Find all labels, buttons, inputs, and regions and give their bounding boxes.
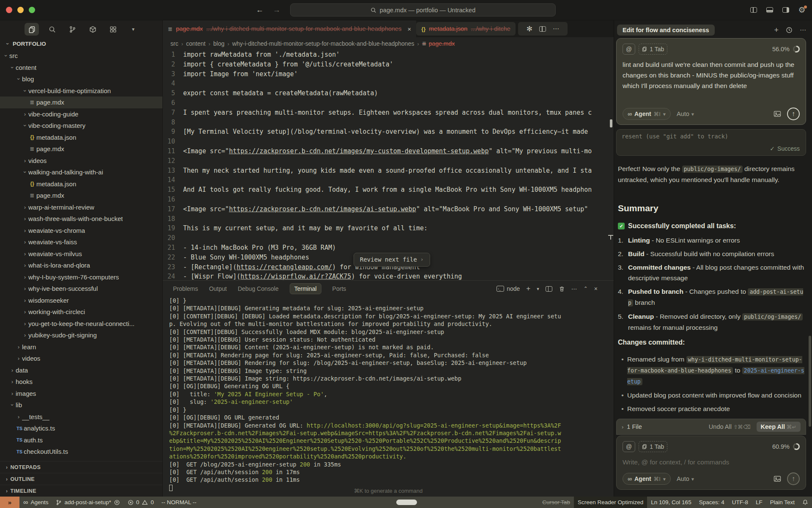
code-line[interactable]: 9[My Terminal Velocity setup](/blog/term… xyxy=(163,127,614,137)
attach-image-icon[interactable] xyxy=(774,475,781,482)
code-line[interactable]: 24- [Wispr Flow](https://wisprflow.ai/r?… xyxy=(163,272,614,280)
breadcrumb[interactable]: src›content›blog›why-i-ditched-multi-mon… xyxy=(163,37,614,50)
code-line[interactable]: 2import { createMetadata } from '@/utils… xyxy=(163,60,614,69)
more-views-chevron-icon[interactable]: ▾ xyxy=(126,23,140,36)
chat-history-icon[interactable] xyxy=(786,27,793,33)
tree-folder-images[interactable]: ›images xyxy=(0,388,162,400)
mention-context-chip[interactable]: @ xyxy=(623,44,635,55)
more-actions-icon[interactable]: ⋯ xyxy=(553,25,559,33)
breadcrumb-file[interactable]: ≣page.mdx xyxy=(422,40,455,47)
kill-terminal-icon[interactable] xyxy=(559,286,565,292)
tab-problems[interactable]: Problems xyxy=(173,283,198,294)
new-terminal-icon[interactable]: + xyxy=(526,284,530,293)
breadcrumb-item[interactable]: content xyxy=(186,40,206,47)
tree-folder-src[interactable]: ›src xyxy=(0,50,162,62)
git-branch-item[interactable]: add-post-ai-setup* xyxy=(52,497,123,508)
history-forward-icon[interactable]: → xyxy=(273,6,280,14)
tab-metadata-json[interactable]: {} metadata.json .../why-i-ditche xyxy=(416,22,516,36)
toggle-secondary-sidebar-icon[interactable] xyxy=(782,6,790,14)
shell-name[interactable]: node xyxy=(507,285,520,292)
toggle-panel-icon[interactable] xyxy=(765,6,774,14)
chat-scrollbar-thumb[interactable] xyxy=(809,336,811,427)
source-control-icon[interactable] xyxy=(65,23,80,36)
terminal-output[interactable]: [0] }[0] [METADATA][DEBUG] Generating me… xyxy=(163,297,614,497)
send-button[interactable]: ↑ xyxy=(787,108,800,120)
tab-debug-console[interactable]: Debug Console xyxy=(238,283,279,294)
tree-folder-wash-three-walls-with-one-bucket[interactable]: ›wash-three-walls-with-one-bucket xyxy=(0,213,162,225)
model-select[interactable]: Auto▾ xyxy=(677,475,694,482)
tree-folder-hooks[interactable]: ›hooks xyxy=(0,376,162,388)
code-line[interactable]: 19This is my current setup, and it may b… xyxy=(163,224,614,233)
tree-file-metadata-json[interactable]: {}metadata.json xyxy=(0,178,162,190)
problems-status-item[interactable]: 0 0 xyxy=(124,497,158,508)
maximize-window-button[interactable] xyxy=(29,7,35,13)
tree-folder-vibe-coding-mastery[interactable]: ›vibe-coding-mastery xyxy=(0,120,162,132)
code-editor[interactable]: 1import rawMetadata from './metadata.jso… xyxy=(163,50,614,280)
explorer-section-header[interactable]: › PORTFOLIO xyxy=(0,38,162,49)
tree-file-page-mdx[interactable]: ≣page.mdx xyxy=(0,143,162,155)
chat-title-tab[interactable]: Edit for flow and conciseness xyxy=(617,25,715,36)
chat-tool-output[interactable]: resent (use "git add" to track) ✓Success xyxy=(616,129,806,156)
eol-item[interactable]: LF xyxy=(752,497,766,508)
chat-more-icon[interactable]: ⋯ xyxy=(800,26,806,34)
code-line[interactable]: 11<Image src="https://zackproser.b-cdn.n… xyxy=(163,146,614,156)
breadcrumb-item[interactable]: src xyxy=(170,40,178,47)
tab-output[interactable]: Output xyxy=(209,283,227,294)
tree-folder-vibe-coding-guide[interactable]: ›vibe-coding-guide xyxy=(0,108,162,120)
cursor-position-item[interactable]: Ln 109, Col 165 xyxy=(647,497,695,508)
search-view-icon[interactable] xyxy=(45,23,59,36)
terminal-dropdown-icon[interactable]: ▾ xyxy=(537,286,539,292)
remote-indicator[interactable]: » xyxy=(0,497,19,508)
tree-folder-weaviate-vs-chroma[interactable]: ›weaviate-vs-chroma xyxy=(0,225,162,237)
tree-file-page-mdx[interactable]: ≣page.mdx xyxy=(0,97,162,108)
tree-folder--tests-[interactable]: ›__tests__ xyxy=(0,411,162,423)
tab-context-chip[interactable]: 1 Tab xyxy=(639,44,667,55)
undo-all-button[interactable]: Undo All⇧⌘⌫ xyxy=(709,423,751,430)
tree-folder-weaviate-vs-milvus[interactable]: ›weaviate-vs-milvus xyxy=(0,248,162,260)
tab-terminal[interactable]: Terminal xyxy=(290,283,321,294)
agent-mode-pill[interactable]: ∞ Agent ⌘I ▾ xyxy=(623,473,671,485)
tree-folder-lib[interactable]: ›lib xyxy=(0,399,162,411)
maximize-panel-icon[interactable]: ⌃ xyxy=(584,286,588,292)
code-line[interactable]: 13Then my neck started hurting, young ki… xyxy=(163,166,614,176)
explorer-icon[interactable] xyxy=(25,23,39,36)
code-line[interactable]: 17<Image src="https://zackproser.b-cdn.n… xyxy=(163,204,614,214)
tree-folder-you-get-to-keep-the-neural-connecti-[interactable]: ›you-get-to-keep-the-neural-connecti... xyxy=(0,318,162,330)
windows-grid-icon[interactable] xyxy=(106,23,120,36)
command-center-search[interactable]: page.mdx — portfolio — Untracked xyxy=(290,3,556,17)
file-count[interactable]: 1 File xyxy=(627,423,642,430)
indentation-item[interactable]: Spaces: 4 xyxy=(695,497,728,508)
breadcrumb-item[interactable]: why-i-ditched-multi-monitor-setup-for-ma… xyxy=(232,40,414,47)
review-next-file-button[interactable]: Review next file › xyxy=(354,253,430,267)
code-line[interactable]: 3import Image from 'next/image' xyxy=(163,69,614,79)
tree-folder-warp-ai-terminal-review[interactable]: ›warp-ai-terminal-review xyxy=(0,202,162,213)
model-select[interactable]: Auto▾ xyxy=(677,110,694,117)
code-line[interactable]: 6 xyxy=(163,98,614,108)
tree-folder-what-is-lora-and-qlora[interactable]: ›what-is-lora-and-qlora xyxy=(0,260,162,271)
split-terminal-icon[interactable] xyxy=(546,286,552,292)
history-back-icon[interactable]: ← xyxy=(256,6,263,14)
notifications-bell-icon[interactable] xyxy=(798,497,812,508)
tree-folder-wisdomseeker[interactable]: ›wisdomseeker xyxy=(0,295,162,306)
agent-mode-pill[interactable]: ∞ Agent ⌘I ▾ xyxy=(623,108,671,120)
close-panel-icon[interactable]: × xyxy=(594,285,598,292)
pane-header-timeline[interactable]: ›TIMELINE xyxy=(0,485,162,497)
encoding-item[interactable]: UTF-8 xyxy=(728,497,752,508)
code-line[interactable]: 18 xyxy=(163,214,614,224)
code-line[interactable]: 15And AI tools got really fucking good. … xyxy=(163,185,614,195)
tree-folder-weaviate-vs-faiss[interactable]: ›weaviate-vs-faiss xyxy=(0,236,162,248)
chevron-right-icon[interactable]: › xyxy=(622,424,623,430)
pane-header-notepads[interactable]: ›NOTEPADS xyxy=(0,461,162,473)
code-line[interactable]: 10 xyxy=(163,137,614,146)
tree-file-auth-ts[interactable]: TSauth.ts xyxy=(0,434,162,446)
code-line[interactable]: 4 xyxy=(163,79,614,88)
tree-folder-learn[interactable]: ›learn xyxy=(0,341,162,353)
language-mode-item[interactable]: Plain Text xyxy=(766,497,798,508)
tree-folder-blog[interactable]: ›blog xyxy=(0,73,162,85)
breadcrumb-item[interactable]: blog xyxy=(213,40,224,47)
chat-composer-bottom[interactable]: @ 1 Tab 60.9% Write, @ for context, / fo… xyxy=(616,436,806,490)
code-line[interactable]: 20 xyxy=(163,233,614,243)
code-line[interactable]: 12 xyxy=(163,156,614,166)
code-line[interactable]: 1import rawMetadata from './metadata.jso… xyxy=(163,50,614,60)
tree-file-checkoututils-ts[interactable]: TScheckoutUtils.ts xyxy=(0,446,162,458)
